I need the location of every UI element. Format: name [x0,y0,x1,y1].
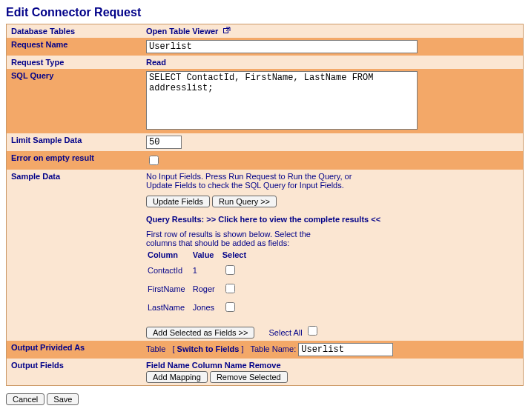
row-limit-sample: Limit Sample Data [7,133,524,151]
row-sql-query: SQL Query SELECT ContactId, FirstName, L… [7,69,524,133]
label-database-tables: Database Tables [7,24,142,39]
label-sample-data: Sample Data [7,170,142,341]
grid-cell-value: Jones [191,298,221,316]
update-fields-button[interactable]: Update Fields [146,196,210,207]
label-limit-sample: Limit Sample Data [7,133,142,151]
external-link-icon [223,27,231,36]
view-complete-results-link[interactable]: >> Click here to view the complete resul… [206,215,380,224]
table-name-label: Table Name: [250,344,296,353]
results-hint-1: First row of results is shown below. Sel… [146,230,518,239]
select-all-checkbox[interactable] [308,326,317,336]
grid-row-checkbox[interactable] [225,284,235,293]
save-button[interactable]: Save [47,393,79,405]
output-table-word: Table [146,344,165,353]
grid-row: LastName Jones [146,298,252,316]
bracket-close: ] [241,344,243,353]
grid-cell-column: ContactId [146,261,191,279]
add-mapping-button[interactable]: Add Mapping [146,371,208,383]
query-results-heading: Query Results: [146,215,204,224]
row-sample-data: Sample Data No Input Fields. Press Run R… [7,170,524,341]
row-output-fields: Output Fields Field Name Column Name Rem… [7,359,524,386]
select-all-label: Select All [268,328,302,337]
row-database-tables: Database Tables Open Table Viewer [7,24,524,39]
label-request-type: Request Type [7,56,142,69]
row-error-empty: Error on empty result [7,151,524,170]
label-output-fields: Output Fields [7,359,142,386]
grid-cell-column: LastName [146,298,191,316]
sql-query-textarea[interactable]: SELECT ContactId, FirstName, LastName FR… [146,71,418,130]
cancel-button[interactable]: Cancel [6,393,44,405]
error-empty-checkbox[interactable] [149,156,159,165]
row-output-provided: Output Privided As Table [ Switch to Fie… [7,341,524,359]
svg-rect-0 [224,29,228,33]
form-table: Database Tables Open Table Viewer Reques… [6,24,524,386]
limit-sample-input[interactable] [146,136,182,149]
request-type-value: Read [146,58,166,67]
grid-cell-value: 1 [191,261,221,279]
bracket-open: [ [172,344,174,353]
grid-header-column: Column [146,249,191,261]
grid-row: FirstName Roger [146,279,252,298]
label-sql-query: SQL Query [7,69,142,133]
grid-header-select: Select [221,249,252,261]
open-table-viewer-link[interactable]: Open Table Viewer [146,27,231,36]
grid-row-checkbox[interactable] [225,302,235,312]
grid-cell-column: FirstName [146,279,191,298]
no-input-text-1: No Input Fields. Press Run Request to Ru… [146,172,518,181]
row-request-name: Request Name [7,38,524,56]
footer-buttons: Cancel Save [6,393,525,405]
table-name-input[interactable] [298,343,393,356]
results-grid: Column Value Select ContactId 1 FirstNam… [146,249,252,316]
switch-to-fields-link[interactable]: Switch to Fields [177,344,240,353]
label-error-empty: Error on empty result [7,151,142,170]
no-input-text-2: Update Fields to check the SQL Query for… [146,181,518,190]
remove-selected-button[interactable]: Remove Selected [210,371,288,383]
output-fields-h3: Remove [249,361,281,370]
grid-row: ContactId 1 [146,261,252,279]
grid-cell-value: Roger [191,279,221,298]
grid-header-value: Value [191,249,221,261]
row-request-type: Request Type Read [7,56,524,69]
open-table-viewer-text: Open Table Viewer [146,27,218,36]
request-name-input[interactable] [146,40,418,53]
label-output-provided: Output Privided As [7,341,142,359]
output-fields-h1: Field Name [146,361,190,370]
grid-row-checkbox[interactable] [225,265,235,275]
output-fields-h2: Column Name [192,361,247,370]
label-request-name: Request Name [7,38,142,56]
results-hint-2: columns that should be added as fields: [146,239,518,247]
run-query-button[interactable]: Run Query >> [212,196,277,207]
add-selected-as-fields-button[interactable]: Add Selected as Fields >> [146,327,254,339]
page-title: Edit Connector Request [6,6,525,19]
